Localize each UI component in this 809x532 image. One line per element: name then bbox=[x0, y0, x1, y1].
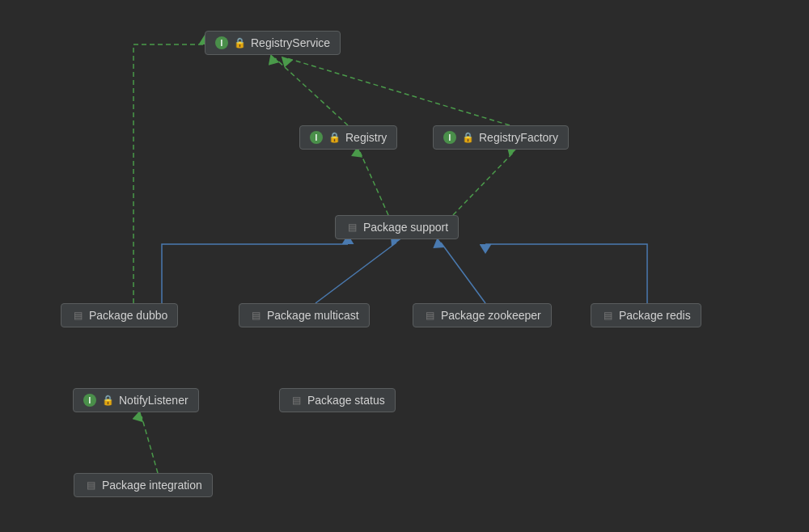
node-label: Package zookeeper bbox=[441, 309, 541, 322]
node-label: Package redis bbox=[619, 309, 691, 322]
node-label: RegistryFactory bbox=[479, 131, 558, 144]
svg-line-4 bbox=[360, 152, 388, 215]
node-label: Package dubbo bbox=[89, 309, 167, 322]
package-icon: ▤ bbox=[345, 221, 358, 234]
interface-icon: I bbox=[443, 131, 456, 144]
node-notify-listener[interactable]: I 🔒 NotifyListener bbox=[73, 388, 199, 412]
node-package-status[interactable]: ▤ Package status bbox=[279, 388, 396, 412]
node-registry-service[interactable]: I 🔒 RegistryService bbox=[205, 31, 341, 55]
svg-line-8 bbox=[142, 416, 158, 473]
interface-icon: I bbox=[310, 131, 323, 144]
diagram-container: I 🔒 RegistryService I 🔒 Registry I 🔒 Reg… bbox=[0, 0, 809, 532]
node-registry-factory[interactable]: I 🔒 RegistryFactory bbox=[433, 125, 569, 150]
package-icon: ▤ bbox=[290, 394, 303, 407]
svg-line-6 bbox=[316, 243, 396, 303]
lock-icon: 🔒 bbox=[328, 131, 341, 144]
node-label: RegistryService bbox=[251, 36, 330, 49]
node-package-dubbo[interactable]: ▤ Package dubbo bbox=[61, 303, 178, 327]
node-label: Package integration bbox=[102, 479, 202, 492]
node-package-redis[interactable]: ▤ Package redis bbox=[591, 303, 701, 327]
interface-icon: I bbox=[215, 36, 228, 49]
node-label: Registry bbox=[345, 131, 387, 144]
svg-line-2 bbox=[275, 58, 348, 125]
svg-line-5 bbox=[453, 152, 514, 215]
node-registry[interactable]: I 🔒 Registry bbox=[299, 125, 397, 150]
arrows-svg bbox=[0, 0, 809, 532]
node-label: Package status bbox=[307, 394, 385, 407]
package-icon: ▤ bbox=[71, 309, 84, 322]
svg-line-3 bbox=[287, 58, 510, 125]
lock-icon: 🔒 bbox=[233, 36, 246, 49]
node-package-support[interactable]: ▤ Package support bbox=[335, 215, 459, 239]
package-icon: ▤ bbox=[84, 479, 97, 492]
node-package-zookeeper[interactable]: ▤ Package zookeeper bbox=[413, 303, 552, 327]
package-icon: ▤ bbox=[249, 309, 262, 322]
lock-icon: 🔒 bbox=[461, 131, 474, 144]
package-icon: ▤ bbox=[423, 309, 436, 322]
node-package-integration[interactable]: ▤ Package integration bbox=[74, 473, 213, 497]
package-icon: ▤ bbox=[601, 309, 614, 322]
interface-icon: I bbox=[83, 394, 96, 407]
node-package-multicast[interactable]: ▤ Package multicast bbox=[239, 303, 370, 327]
node-label: Package multicast bbox=[267, 309, 359, 322]
svg-line-7 bbox=[441, 243, 485, 303]
node-label: Package support bbox=[363, 221, 448, 234]
node-label: NotifyListener bbox=[119, 394, 188, 407]
lock-icon: 🔒 bbox=[101, 394, 114, 407]
